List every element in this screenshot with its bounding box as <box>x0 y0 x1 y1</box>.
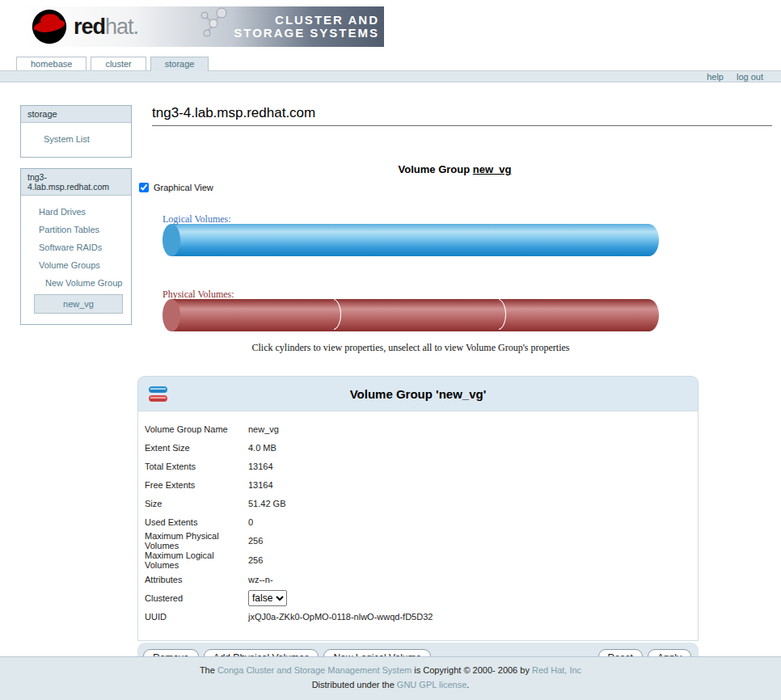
banner-right: CLUSTER AND STORAGE SYSTEMS <box>200 14 384 40</box>
volume-group-heading: Volume Group new_vg <box>137 163 772 175</box>
sidebar-item-software-raids[interactable]: Software RAIDs <box>21 238 131 256</box>
volume-group-heading-link[interactable]: new_vg <box>473 163 512 175</box>
properties-card-body: Volume Group Name new_vg Extent Size 4.0… <box>137 411 699 641</box>
property-row: Free Extents 13164 <box>138 475 698 494</box>
molecule-icon <box>200 6 229 38</box>
cylinder-body <box>171 299 659 331</box>
sidebar-item-volume-groups[interactable]: Volume Groups <box>21 256 131 274</box>
property-row-clustered: Clustered false <box>138 588 698 607</box>
property-value: false <box>248 590 287 606</box>
content-area: storage System List tng3-4.lab.msp.redha… <box>0 105 781 673</box>
logical-volumes-section: Logical Volumes: <box>163 213 659 256</box>
property-value: wz--n- <box>248 575 273 584</box>
footer-copyright-line: The Conga Cluster and Storage Management… <box>0 665 781 675</box>
banner-title: CLUSTER AND STORAGE SYSTEMS <box>234 14 379 40</box>
brand-hat-text: hat. <box>105 15 138 39</box>
physical-volume-cylinder[interactable] <box>163 299 659 331</box>
property-value: 51.42 GB <box>248 499 285 508</box>
header-banner: redhat. CLUSTER AND STORAGE SYSTEMS <box>24 6 384 47</box>
conga-link[interactable]: Conga Cluster and Storage Management Sys… <box>217 665 412 675</box>
logical-volumes-label: Logical Volumes: <box>163 213 231 226</box>
tab-bar: homebase cluster storage <box>16 57 781 70</box>
property-value: 13164 <box>248 480 273 490</box>
sidebar-item-new-vg[interactable]: new_vg <box>34 294 123 314</box>
footer-text: The <box>200 665 217 675</box>
cylinder-caption: Click cylinders to view properties, unse… <box>163 342 659 354</box>
property-label: Free Extents <box>145 480 248 490</box>
property-label: Maximum Physical Volumes <box>145 531 248 550</box>
properties-card-header: Volume Group 'new_vg' <box>137 376 699 411</box>
sidebar-host-title: tng3-4.lab.msp.redhat.com <box>21 169 131 196</box>
property-row: Used Extents 0 <box>138 512 698 531</box>
property-row-uuid: UUID jxQJ0a-ZKk0-OpMO-0118-nlwO-wwqd-fD5… <box>138 607 698 626</box>
tab-storage[interactable]: storage <box>150 57 209 71</box>
graphical-view-checkbox[interactable] <box>139 183 149 192</box>
tab-cluster[interactable]: cluster <box>91 57 146 70</box>
title-rule <box>152 125 772 126</box>
redhat-link[interactable]: Red Hat, Inc <box>532 665 581 675</box>
main-panel: tng3-4.lab.msp.redhat.com Volume Group n… <box>137 105 772 673</box>
footer-text: . <box>466 680 469 689</box>
redhat-logo: redhat. <box>24 8 138 45</box>
utility-bar: help log out <box>0 70 781 82</box>
property-row: Maximum Physical Volumes 256 <box>138 531 698 550</box>
sidebar-storage-box: storage System List <box>20 105 132 158</box>
cylinder-end-cap <box>163 224 180 256</box>
property-label: Extent Size <box>145 443 248 453</box>
property-row: Maximum Logical Volumes 256 <box>138 550 698 570</box>
banner-title-line1: CLUSTER AND <box>234 14 379 27</box>
banner-title-line2: STORAGE SYSTEMS <box>234 27 379 40</box>
property-row: Total Extents 13164 <box>138 457 698 475</box>
property-label: Used Extents <box>145 517 248 527</box>
gpl-license-link[interactable]: GNU GPL license <box>397 680 466 689</box>
property-label: UUID <box>145 612 248 622</box>
help-link[interactable]: help <box>707 72 724 82</box>
property-value: 4.0 MB <box>248 443 277 453</box>
page-title: tng3-4.lab.msp.redhat.com <box>152 105 772 121</box>
physical-volumes-section: Physical Volumes: Click cylinders to vie… <box>163 289 659 354</box>
graphical-view-row: Graphical View <box>139 183 772 192</box>
property-value: new_vg <box>248 424 279 434</box>
property-label: Maximum Logical Volumes <box>145 550 248 570</box>
property-label: Size <box>145 499 248 508</box>
property-value: jxQJ0a-ZKk0-OpMO-0118-nlwO-wwqd-fD5D32 <box>248 612 433 622</box>
sidebar-item-new-volume-group[interactable]: New Volume Group <box>21 274 131 292</box>
footer-text: Distributed under the <box>312 680 397 689</box>
property-value: 256 <box>248 536 263 546</box>
volume-group-icon <box>148 385 169 404</box>
property-row: Attributes wz--n- <box>138 570 698 588</box>
brand-wordmark: redhat. <box>74 15 138 40</box>
property-value: 13164 <box>248 462 273 471</box>
properties-card: Volume Group 'new_vg' Volume Group Name … <box>137 376 699 673</box>
property-label: Total Extents <box>145 462 248 471</box>
logout-link[interactable]: log out <box>737 72 763 82</box>
volume-group-heading-prefix: Volume Group <box>399 163 473 175</box>
property-value: 0 <box>248 517 253 527</box>
footer-license-line: Distributed under the GNU GPL license. <box>0 680 781 689</box>
sidebar: storage System List tng3-4.lab.msp.redha… <box>20 105 132 673</box>
logical-volume-cylinder[interactable] <box>163 224 659 256</box>
clustered-select[interactable]: false <box>248 590 287 606</box>
properties-card-title: Volume Group 'new_vg' <box>138 387 698 401</box>
footer-text: is Copyright © 2000- 2006 by <box>412 665 532 675</box>
cylinder-gap <box>137 256 772 289</box>
property-label: Clustered <box>145 593 248 603</box>
sidebar-storage-title: storage <box>21 106 131 123</box>
sidebar-host-box: tng3-4.lab.msp.redhat.com Hard Drives Pa… <box>20 168 132 325</box>
sidebar-item-hard-drives[interactable]: Hard Drives <box>21 203 131 221</box>
redhat-shadowman-icon <box>31 8 68 45</box>
property-label: Volume Group Name <box>145 424 248 434</box>
tab-homebase[interactable]: homebase <box>16 57 87 70</box>
property-row: Volume Group Name new_vg <box>138 420 698 438</box>
property-label: Attributes <box>145 575 248 584</box>
graphical-view-label: Graphical View <box>154 183 213 192</box>
property-row: Size 51.42 GB <box>138 494 698 512</box>
property-row: Extent Size 4.0 MB <box>138 438 698 457</box>
property-value: 256 <box>248 555 263 565</box>
page-footer: The Conga Cluster and Storage Management… <box>0 656 781 700</box>
physical-volumes-label: Physical Volumes: <box>163 289 234 301</box>
brand-red-text: red <box>74 15 105 39</box>
sidebar-item-system-list[interactable]: System List <box>21 130 131 148</box>
sidebar-item-partition-tables[interactable]: Partition Tables <box>21 221 131 238</box>
cylinder-end-cap <box>163 299 180 331</box>
